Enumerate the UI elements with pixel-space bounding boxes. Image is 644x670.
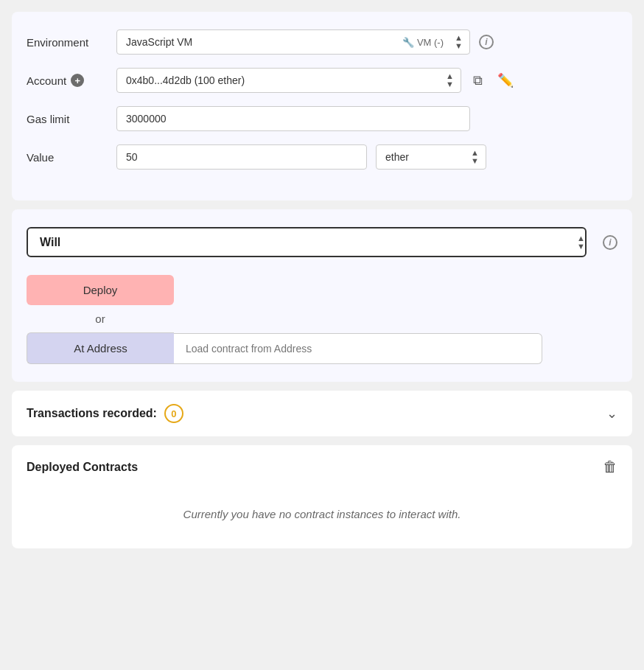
edit-account-button[interactable]: ✏️ xyxy=(494,71,517,90)
at-address-row: At Address xyxy=(27,332,617,364)
contract-select-row: Will ▲▼ i xyxy=(27,227,617,257)
unit-select-wrapper: weigweifinneyether ▲▼ xyxy=(376,144,486,170)
value-input[interactable] xyxy=(116,144,367,170)
contract-info-icon[interactable]: i xyxy=(603,235,617,250)
environment-row: Environment JavaScript VMInjected Web3We… xyxy=(27,29,617,55)
deployed-contracts-title: Deployed Contracts xyxy=(27,461,138,474)
at-address-button[interactable]: At Address xyxy=(27,332,174,364)
account-select[interactable]: 0x4b0...4d2db (100 ether) xyxy=(116,68,461,93)
deploy-button[interactable]: Deploy xyxy=(27,275,174,305)
contract-select[interactable]: Will xyxy=(27,227,587,257)
no-contracts-message: Currently you have no contract instances… xyxy=(27,493,617,535)
environment-select[interactable]: JavaScript VMInjected Web3Web3 Provider xyxy=(116,29,470,55)
deploy-panel: Environment JavaScript VMInjected Web3We… xyxy=(12,12,632,200)
at-address-input[interactable] xyxy=(174,333,542,364)
environment-info-icon[interactable]: i xyxy=(479,35,494,49)
copy-account-button[interactable]: ⧉ xyxy=(470,71,486,90)
unit-select[interactable]: weigweifinneyether xyxy=(376,144,486,170)
transactions-count-badge: 0 xyxy=(164,404,183,423)
value-label: Value xyxy=(27,151,108,164)
account-label: Account + xyxy=(27,74,108,87)
account-select-wrapper: 0x4b0...4d2db (100 ether) ▲▼ xyxy=(116,68,461,93)
value-row: Value weigweifinneyether ▲▼ xyxy=(27,144,617,170)
add-account-icon[interactable]: + xyxy=(71,74,84,87)
transactions-section[interactable]: Transactions recorded: 0 ⌄ xyxy=(12,391,632,436)
account-row: Account + 0x4b0...4d2db (100 ether) ▲▼ ⧉… xyxy=(27,68,617,93)
contract-select-wrapper: Will ▲▼ xyxy=(27,227,595,257)
deployed-contracts-section: Deployed Contracts 🗑 Currently you have … xyxy=(12,445,632,548)
transactions-chevron-icon: ⌄ xyxy=(606,405,617,422)
delete-all-contracts-icon[interactable]: 🗑 xyxy=(603,458,617,475)
or-divider: or xyxy=(27,313,174,325)
gas-limit-row: Gas limit xyxy=(27,106,617,131)
deployed-contracts-header: Deployed Contracts 🗑 xyxy=(27,458,617,475)
gas-limit-input[interactable] xyxy=(116,106,470,131)
environment-label: Environment xyxy=(27,36,108,49)
transactions-title: Transactions recorded: 0 xyxy=(27,404,183,423)
gas-limit-label: Gas limit xyxy=(27,113,108,125)
environment-select-wrapper: JavaScript VMInjected Web3Web3 Provider … xyxy=(116,29,470,55)
contract-section: Will ▲▼ i Deploy or At Address xyxy=(12,209,632,382)
